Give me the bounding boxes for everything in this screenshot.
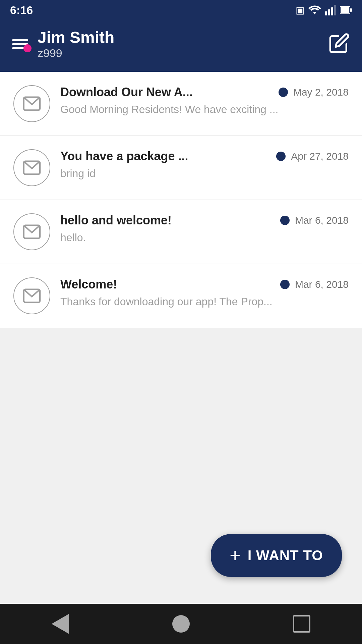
message-preview: hello. (60, 231, 349, 244)
message-subject: You have a package ... (60, 149, 271, 163)
svg-rect-0 (325, 11, 327, 15)
message-item[interactable]: hello and welcome! Mar 6, 2018 hello. (0, 200, 362, 264)
recent-icon (293, 615, 310, 633)
message-content: Welcome! Mar 6, 2018 Thanks for download… (60, 277, 349, 308)
message-date: Mar 6, 2018 (295, 279, 349, 290)
message-subject: Welcome! (60, 277, 275, 291)
svg-rect-1 (328, 9, 330, 15)
compose-button[interactable] (328, 33, 350, 55)
message-avatar (13, 149, 50, 186)
user-info: Jim Smith z999 (38, 28, 114, 60)
message-avatar (13, 277, 50, 314)
message-content: hello and welcome! Mar 6, 2018 hello. (60, 213, 349, 244)
wifi-icon (308, 5, 321, 15)
menu-notification-badge (23, 44, 32, 52)
message-preview: Good Morning Residents! We have exciting… (60, 103, 349, 116)
battery-icon (340, 5, 352, 15)
message-avatar (13, 213, 50, 250)
nav-bar (0, 604, 362, 644)
back-button[interactable] (40, 610, 80, 637)
message-content: You have a package ... Apr 27, 2018 brin… (60, 149, 349, 180)
recent-button[interactable] (282, 610, 322, 637)
status-time: 6:16 (10, 4, 33, 17)
home-button[interactable] (161, 610, 201, 637)
svg-rect-2 (331, 7, 333, 15)
menu-button[interactable] (12, 39, 28, 49)
message-date: May 2, 2018 (293, 87, 349, 98)
unread-indicator (280, 216, 290, 225)
unread-indicator (276, 152, 286, 161)
message-header-row: hello and welcome! Mar 6, 2018 (60, 213, 349, 227)
signal-icon (325, 5, 336, 15)
message-preview: Thanks for downloading our app! The Prop… (60, 296, 349, 308)
menu-line-1 (12, 39, 28, 41)
status-icons: ▣ (296, 5, 352, 16)
back-icon (52, 614, 69, 634)
user-id: z999 (38, 47, 114, 60)
header-left: Jim Smith z999 (12, 28, 114, 60)
unread-indicator (280, 280, 290, 289)
message-item[interactable]: Welcome! Mar 6, 2018 Thanks for download… (0, 264, 362, 328)
message-header-row: Welcome! Mar 6, 2018 (60, 277, 349, 291)
header: Jim Smith z999 (0, 20, 362, 72)
svg-rect-3 (334, 5, 336, 15)
message-header-row: Download Our New A... May 2, 2018 (60, 85, 349, 99)
message-list: Download Our New A... May 2, 2018 Good M… (0, 72, 362, 328)
svg-rect-6 (350, 8, 352, 12)
svg-rect-5 (341, 7, 349, 13)
unread-indicator (279, 88, 288, 97)
sim-icon: ▣ (296, 5, 304, 16)
status-bar: 6:16 ▣ (0, 0, 362, 20)
message-avatar (13, 85, 50, 122)
fab-plus-icon: + (230, 546, 241, 565)
message-date: Apr 27, 2018 (291, 151, 349, 162)
message-header-row: You have a package ... Apr 27, 2018 (60, 149, 349, 163)
fab-label: I WANT TO (248, 547, 323, 564)
message-content: Download Our New A... May 2, 2018 Good M… (60, 85, 349, 116)
message-preview: bring id (60, 167, 349, 180)
message-subject: hello and welcome! (60, 213, 275, 227)
message-item[interactable]: Download Our New A... May 2, 2018 Good M… (0, 72, 362, 136)
i-want-to-button[interactable]: + I WANT TO (211, 534, 342, 577)
message-item[interactable]: You have a package ... Apr 27, 2018 brin… (0, 136, 362, 200)
message-date: Mar 6, 2018 (295, 215, 349, 226)
message-subject: Download Our New A... (60, 85, 273, 99)
user-name: Jim Smith (38, 28, 114, 47)
home-icon (172, 615, 190, 633)
empty-area: + I WANT TO (0, 328, 362, 604)
